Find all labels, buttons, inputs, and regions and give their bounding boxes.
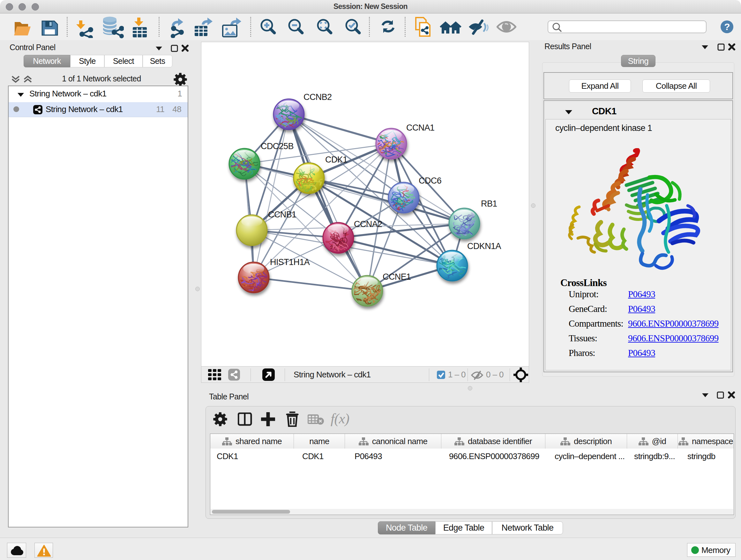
svg-text:CDC6: CDC6 — [419, 176, 441, 186]
svg-text:CCNE1: CCNE1 — [383, 272, 411, 282]
svg-text:CCNB1: CCNB1 — [268, 210, 296, 219]
svg-text:CDK1: CDK1 — [325, 155, 347, 165]
svg-text:?: ? — [724, 21, 730, 32]
svg-text:CDC25B: CDC25B — [261, 141, 293, 151]
svg-text:CDKN1A: CDKN1A — [467, 241, 501, 251]
svg-text:CCNB2: CCNB2 — [304, 92, 332, 102]
svg-text:CCNA1: CCNA1 — [406, 123, 434, 132]
svg-text:RB1: RB1 — [481, 199, 497, 208]
svg-text:HIST1H1A: HIST1H1A — [270, 257, 310, 267]
svg-text:CCNA2: CCNA2 — [354, 219, 382, 229]
